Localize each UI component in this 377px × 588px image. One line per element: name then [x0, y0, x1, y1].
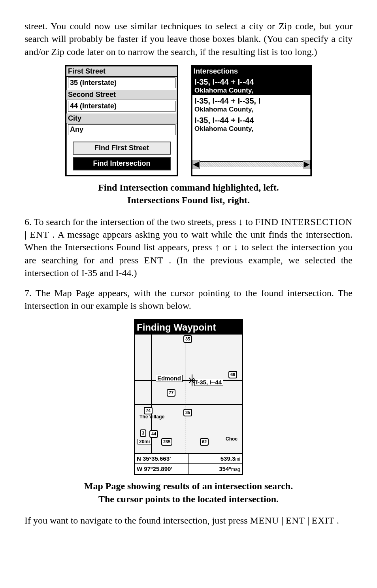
intersections-title: Intersections: [192, 66, 311, 76]
intersection-label: I-35, I--44: [194, 379, 223, 386]
list-item[interactable]: I-35, I--44 + I--44 Oklahoma County,: [192, 76, 311, 95]
outro: If you want to navigate to the found int…: [25, 514, 352, 527]
place-edmond: Edmond: [156, 375, 183, 382]
find-intersection-button[interactable]: Find Intersection: [73, 157, 170, 170]
item-line1: I-35, I--44 + I--35, I: [194, 96, 308, 106]
city-input[interactable]: Any: [68, 124, 175, 135]
map-title: Finding Waypoint: [135, 320, 242, 334]
kbd-ent: ENT: [30, 229, 49, 240]
item-line2: Oklahoma County,: [194, 87, 308, 95]
item-line2: Oklahoma County,: [194, 125, 308, 133]
list-item[interactable]: I-35, I--44 + I--35, I Oklahoma County,: [192, 95, 311, 114]
route-shield: 77: [167, 389, 175, 397]
route-shield: 235: [161, 438, 172, 446]
intersection-screens: First Street 35 (Interstate) Second Stre…: [25, 65, 352, 176]
place-village: The Village: [138, 414, 166, 420]
step-6: 6. To search for the intersection of the…: [25, 216, 352, 280]
route-shield: 74: [144, 407, 153, 414]
item-line1: I-35, I--44 + I--44: [194, 77, 308, 87]
route-shield: 62: [200, 438, 209, 446]
step-7: 7. The Map Page appears, with the cursor…: [25, 287, 352, 312]
kbd-exit: EXIT: [312, 515, 335, 526]
find-intersection-form: First Street 35 (Interstate) Second Stre…: [65, 65, 178, 176]
intro-paragraph: street. You could now use similar techni…: [25, 20, 352, 58]
route-shield: 3: [140, 429, 146, 437]
map-canvas[interactable]: 35 66 77 74 35 3 44 235 62 Edmond I-35, …: [135, 335, 242, 453]
map-scale: 20mi: [138, 439, 151, 445]
scrollbar[interactable]: ◀ ▶: [192, 161, 311, 167]
second-street-input[interactable]: 44 (Interstate): [68, 101, 175, 112]
distance: 539.3mi: [189, 454, 242, 463]
item-line2: Oklahoma County,: [194, 106, 308, 113]
second-street-label: Second Street: [66, 90, 177, 100]
caption-2: Map Page showing results of an intersect…: [25, 480, 352, 505]
route-shield: 66: [228, 371, 237, 378]
first-street-label: First Street: [66, 66, 177, 77]
list-item[interactable]: I-35, I--44 + I--44 Oklahoma County,: [192, 115, 311, 134]
map-page: Finding Waypoint 35 66 77 74 35 3 44 235…: [134, 319, 243, 475]
latitude: N 35º35.663': [135, 454, 189, 463]
cursor-center-icon: [188, 377, 195, 384]
scroll-track[interactable]: [200, 162, 303, 167]
route-shield: 35: [183, 335, 192, 343]
caption-1: Find Intersection command highlighted, l…: [25, 181, 352, 207]
kbd-find-intersection: FIND INTERSECTION: [255, 217, 352, 227]
item-line1: I-35, I--44 + I--44: [194, 115, 308, 125]
scroll-left-icon[interactable]: ◀: [192, 160, 200, 169]
first-street-input[interactable]: 35 (Interstate): [68, 78, 175, 89]
longitude: W 97º25.890': [135, 464, 189, 474]
route-shield: 35: [183, 409, 192, 416]
scroll-right-icon[interactable]: ▶: [303, 160, 311, 169]
kbd-ent: ENT: [144, 255, 164, 265]
place-choc: Choc: [224, 437, 239, 442]
find-first-street-button[interactable]: Find First Street: [73, 142, 170, 155]
city-label: City: [66, 113, 177, 124]
kbd-menu: MENU: [250, 515, 279, 526]
intersections-found-list: Intersections I-35, I--44 + I--44 Oklaho…: [191, 65, 312, 176]
route-shield: 44: [149, 430, 158, 438]
bearing: 354ºmag: [189, 464, 242, 474]
kbd-ent: ENT: [286, 515, 305, 526]
